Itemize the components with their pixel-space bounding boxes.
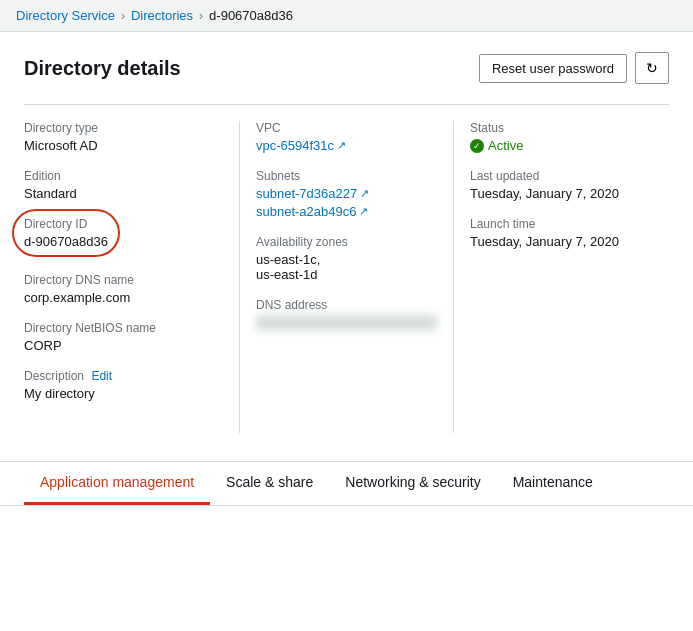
dns-address-label: DNS address — [256, 298, 437, 312]
directory-id-group: Directory ID d-90670a8d36 — [24, 217, 108, 249]
subnets-group: Subnets subnet-7d36a227 ↗ subnet-a2ab49c… — [256, 169, 437, 219]
status-active-icon: ✓ — [470, 139, 484, 153]
tab-scale-share[interactable]: Scale & share — [210, 462, 329, 505]
launch-time-value: Tuesday, January 7, 2020 — [470, 234, 669, 249]
launch-time-group: Launch time Tuesday, January 7, 2020 — [470, 217, 669, 249]
directory-type-value: Microsoft AD — [24, 138, 223, 153]
detail-grid: Directory type Microsoft AD Edition Stan… — [24, 104, 669, 433]
description-group: Description Edit My directory — [24, 369, 223, 401]
subnet1-value[interactable]: subnet-7d36a227 ↗ — [256, 186, 369, 201]
refresh-icon: ↻ — [646, 60, 658, 76]
vpc-external-icon: ↗ — [337, 139, 346, 152]
status-value: ✓ Active — [470, 138, 669, 153]
breadcrumb-separator-2: › — [199, 9, 203, 23]
netbios-group: Directory NetBIOS name CORP — [24, 321, 223, 353]
az-line2: us-east-1d — [256, 267, 437, 282]
tabs-container: Application management Scale & share Net… — [0, 462, 693, 506]
directory-dns-value: corp.example.com — [24, 290, 223, 305]
directory-dns-label: Directory DNS name — [24, 273, 223, 287]
breadcrumb-separator-1: › — [121, 9, 125, 23]
directory-type-label: Directory type — [24, 121, 223, 135]
edition-value: Standard — [24, 186, 223, 201]
detail-column-left: Directory type Microsoft AD Edition Stan… — [24, 121, 239, 433]
vpc-value[interactable]: vpc-6594f31c ↗ — [256, 138, 346, 153]
header-actions: Reset user password ↻ — [479, 52, 669, 84]
netbios-value: CORP — [24, 338, 223, 353]
tab-maintenance[interactable]: Maintenance — [497, 462, 609, 505]
az-label: Availability zones — [256, 235, 437, 249]
description-value: My directory — [24, 386, 223, 401]
vpc-label: VPC — [256, 121, 437, 135]
page-title: Directory details — [24, 57, 181, 80]
dns-address-group: DNS address 10.0.128.100 — [256, 298, 437, 330]
az-group: Availability zones us-east-1c, us-east-1… — [256, 235, 437, 282]
dns-name-group: Directory DNS name corp.example.com — [24, 273, 223, 305]
detail-column-middle: VPC vpc-6594f31c ↗ Subnets subnet-7d36a2… — [239, 121, 454, 433]
breadcrumb-directory-service[interactable]: Directory Service — [16, 8, 115, 23]
dns-address-value: 10.0.128.100 — [256, 315, 437, 330]
breadcrumb-current: d-90670a8d36 — [209, 8, 293, 23]
directory-type-group: Directory type Microsoft AD — [24, 121, 223, 153]
subnet2-external-icon: ↗ — [359, 205, 368, 218]
description-edit-link[interactable]: Edit — [91, 369, 112, 383]
tab-application-management[interactable]: Application management — [24, 462, 210, 505]
description-label: Description Edit — [24, 369, 223, 383]
main-content: Directory details Reset user password ↻ … — [0, 32, 693, 453]
header-row: Directory details Reset user password ↻ — [24, 52, 669, 84]
breadcrumb-directories[interactable]: Directories — [131, 8, 193, 23]
vpc-group: VPC vpc-6594f31c ↗ — [256, 121, 437, 153]
az-line1: us-east-1c, — [256, 252, 437, 267]
directory-id-label: Directory ID — [24, 217, 108, 231]
status-group: Status ✓ Active — [470, 121, 669, 153]
last-updated-value: Tuesday, January 7, 2020 — [470, 186, 669, 201]
last-updated-group: Last updated Tuesday, January 7, 2020 — [470, 169, 669, 201]
breadcrumb: Directory Service › Directories › d-9067… — [0, 0, 693, 32]
edition-label: Edition — [24, 169, 223, 183]
detail-column-right: Status ✓ Active Last updated Tuesday, Ja… — [454, 121, 669, 433]
subnet2-value[interactable]: subnet-a2ab49c6 ↗ — [256, 204, 368, 219]
refresh-button[interactable]: ↻ — [635, 52, 669, 84]
reset-user-password-button[interactable]: Reset user password — [479, 54, 627, 83]
tab-networking-security[interactable]: Networking & security — [329, 462, 496, 505]
subnet1-external-icon: ↗ — [360, 187, 369, 200]
last-updated-label: Last updated — [470, 169, 669, 183]
status-label: Status — [470, 121, 669, 135]
launch-time-label: Launch time — [470, 217, 669, 231]
subnets-label: Subnets — [256, 169, 437, 183]
edition-group: Edition Standard — [24, 169, 223, 201]
directory-id-value: d-90670a8d36 — [24, 234, 108, 249]
netbios-label: Directory NetBIOS name — [24, 321, 223, 335]
